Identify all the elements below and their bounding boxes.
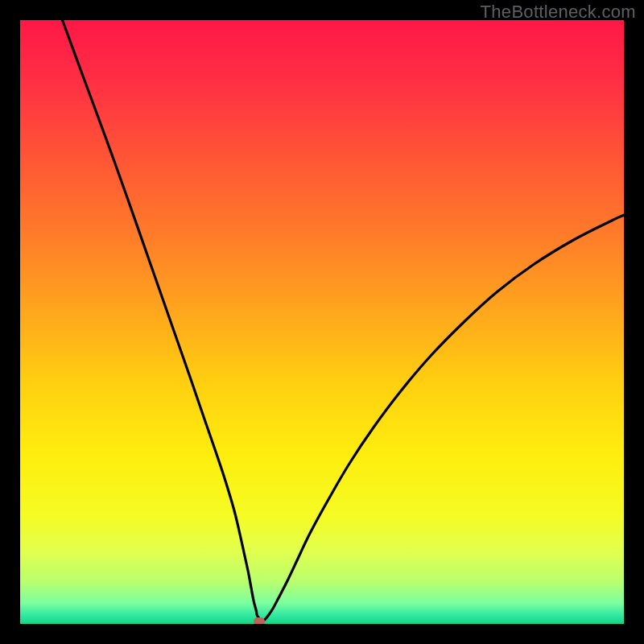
optimal-point-marker (254, 617, 265, 624)
svg-rect-0 (20, 20, 624, 624)
chart-plot-area (20, 20, 624, 624)
background-gradient (20, 20, 624, 624)
